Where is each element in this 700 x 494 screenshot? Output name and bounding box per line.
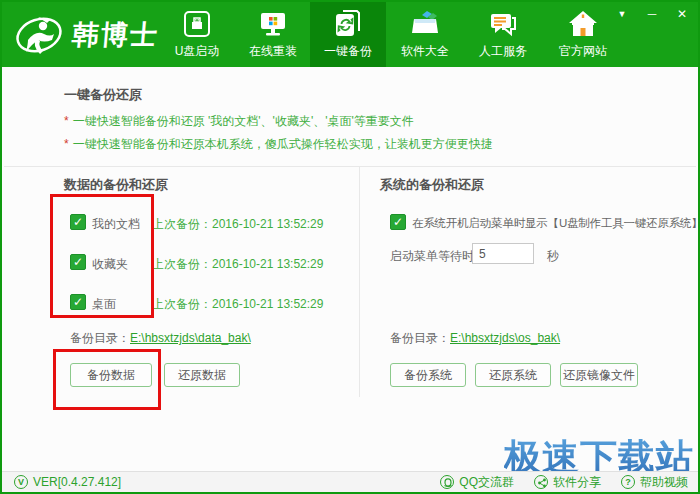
app-window: 韩博士 U盘启动 在线重装	[0, 0, 700, 494]
help-icon: ?	[621, 475, 635, 489]
last-backup-time: 上次备份：2016-10-21 13:52:29	[152, 256, 323, 273]
monitor-icon	[258, 9, 288, 39]
qq-group-link[interactable]: QQ交流群	[440, 474, 514, 491]
tab-label: 软件大全	[401, 43, 449, 60]
logo-runner-icon	[14, 10, 64, 60]
tab-label: 一键备份	[324, 43, 372, 60]
checkbox-my-documents[interactable]: ✓	[70, 214, 86, 230]
title-bar: 韩博士 U盘启动 在线重装	[2, 2, 698, 67]
checkbox-desktop[interactable]: ✓	[70, 294, 86, 310]
usb-icon	[182, 9, 212, 39]
checkbox-label[interactable]: 我的文档	[92, 216, 140, 233]
tab-online-reinstall[interactable]: 在线重装	[235, 2, 311, 67]
tab-official-website[interactable]: 官方网站	[545, 2, 621, 67]
data-backup-dir-link[interactable]: E:\hbsxtzjds\data_bak\	[130, 331, 251, 345]
horizontal-divider	[4, 166, 696, 167]
share-icon	[534, 475, 548, 489]
system-backup-dir-link[interactable]: E:\hbsxtzjds\os_bak\	[450, 331, 560, 345]
backup-system-button[interactable]: 备份系统	[390, 363, 466, 387]
checkbox-label[interactable]: 桌面	[92, 296, 116, 313]
tab-label: 人工服务	[479, 43, 527, 60]
app-title: 韩博士	[70, 17, 160, 53]
vertical-divider	[359, 167, 360, 397]
tab-one-key-backup[interactable]: 一键备份	[310, 2, 386, 67]
tab-label: 官方网站	[559, 43, 607, 60]
share-label: 软件分享	[553, 474, 601, 491]
help-video-link[interactable]: ? 帮助视频	[621, 474, 688, 491]
last-backup-time: 上次备份：2016-10-21 13:52:29	[152, 216, 323, 233]
chat-icon	[488, 9, 518, 39]
backup-data-button[interactable]: 备份数据	[70, 363, 152, 387]
tab-label: U盘启动	[175, 43, 220, 60]
system-section-title: 系统的备份和还原	[380, 176, 484, 194]
window-controls: ▼ ─ ✕	[614, 7, 690, 21]
data-section-title: 数据的备份和还原	[64, 176, 168, 194]
version-info: V VER[0.4.27.412]	[14, 475, 121, 489]
feature-bullet: *一键快速智能备份和还原本机系统，傻瓜式操作轻松实现，让装机更方便更快捷	[64, 136, 493, 153]
bullet-star: *	[64, 114, 69, 128]
menu-dropdown-icon[interactable]: ▼	[614, 7, 630, 21]
checkbox-favorites[interactable]: ✓	[70, 254, 86, 270]
wait-time-unit: 秒	[547, 248, 559, 265]
restore-image-file-button[interactable]: 还原镜像文件	[560, 363, 638, 387]
minimize-icon[interactable]: ─	[644, 7, 660, 21]
backup-refresh-icon	[333, 9, 363, 39]
version-icon: V	[14, 475, 28, 489]
tab-software-collection[interactable]: 软件大全	[387, 2, 463, 67]
tab-human-service[interactable]: 人工服务	[465, 2, 541, 67]
tab-label: 在线重装	[249, 43, 297, 60]
tab-usb-boot[interactable]: U盘启动	[159, 2, 235, 67]
feature-bullet: *一键快速智能备份和还原 '我的文档'、'收藏夹'、'桌面'等重要文件	[64, 113, 414, 130]
version-text: VER[0.4.27.412]	[33, 475, 121, 489]
software-box-icon	[410, 9, 440, 39]
wait-time-input[interactable]	[472, 243, 534, 264]
data-backup-dir: 备份目录：E:\hbsxtzjds\data_bak\	[70, 330, 251, 347]
close-icon[interactable]: ✕	[674, 7, 690, 21]
status-bar: V VER[0.4.27.412] QQ交流群	[2, 471, 698, 492]
share-link[interactable]: 软件分享	[534, 474, 601, 491]
help-video-label: 帮助视频	[640, 474, 688, 491]
restore-system-button[interactable]: 还原系统	[475, 363, 551, 387]
system-backup-dir: 备份目录：E:\hbsxtzjds\os_bak\	[390, 330, 560, 347]
restore-data-button[interactable]: 还原数据	[164, 363, 240, 387]
bullet-star: *	[64, 137, 69, 151]
page-title: 一键备份还原	[64, 86, 142, 104]
qq-icon	[440, 475, 454, 489]
checkbox-boot-menu-option[interactable]: ✓	[390, 214, 406, 230]
app-logo: 韩博士	[14, 10, 159, 60]
boot-option-label[interactable]: 在系统开机启动菜单时显示【U盘制作工具一键还原系统】选项	[412, 216, 700, 231]
checkbox-label[interactable]: 收藏夹	[92, 256, 128, 273]
last-backup-time: 上次备份：2016-10-21 13:52:29	[152, 296, 323, 313]
home-icon	[568, 9, 598, 39]
qq-group-label: QQ交流群	[459, 474, 514, 491]
